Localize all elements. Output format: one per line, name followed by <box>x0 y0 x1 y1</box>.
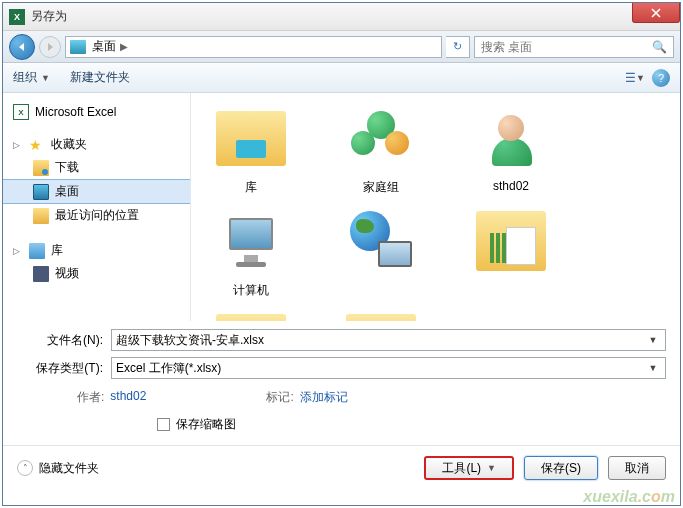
chevron-up-icon: ˄ <box>17 460 33 476</box>
library-icon <box>29 243 45 259</box>
type-label: 保存类型(T): <box>17 360 103 377</box>
sidebar-libraries[interactable]: ▷ 库 <box>3 239 190 262</box>
library-folder-icon <box>216 111 286 166</box>
chevron-right-icon[interactable]: ▷ <box>13 140 23 150</box>
chevron-right-icon[interactable]: ▷ <box>13 246 23 256</box>
file-item-user[interactable]: sthd02 <box>461 103 561 196</box>
chevron-down-icon[interactable]: ▼ <box>645 363 661 373</box>
refresh-icon: ↻ <box>453 40 462 53</box>
refresh-button[interactable]: ↻ <box>446 36 470 58</box>
desktop-icon <box>33 184 49 200</box>
file-label: 计算机 <box>233 282 269 299</box>
sidebar-app[interactable]: X Microsoft Excel <box>3 101 190 123</box>
view-button[interactable]: ☰▼ <box>624 68 646 88</box>
sidebar: X Microsoft Excel ▷ ★ 收藏夹 下载 桌面 最近访问的位置 <box>3 93 191 321</box>
user-icon <box>484 111 539 166</box>
nav-bar: 桌面 ▶ ↻ 🔍 <box>3 31 680 63</box>
cancel-button[interactable]: 取消 <box>608 456 666 480</box>
window-title: 另存为 <box>31 8 67 25</box>
excel-icon: X <box>9 9 25 25</box>
back-button[interactable] <box>9 34 35 60</box>
desktop-icon <box>70 40 86 54</box>
tags-label: 标记: <box>266 389 293 406</box>
file-item-computer[interactable]: 计算机 <box>201 206 301 299</box>
homegroup-icon <box>351 111 411 166</box>
sidebar-item-desktop[interactable]: 桌面 <box>3 179 190 204</box>
file-item-network[interactable] <box>331 206 431 299</box>
chevron-down-icon: ▼ <box>636 73 645 83</box>
video-icon <box>33 266 49 282</box>
file-item-folder[interactable] <box>331 309 431 321</box>
folder-icon <box>476 211 546 271</box>
file-label: sthd02 <box>493 179 529 193</box>
back-arrow-icon <box>16 41 28 53</box>
thumbnail-label: 保存缩略图 <box>176 416 236 433</box>
sidebar-favorites[interactable]: ▷ ★ 收藏夹 <box>3 133 190 156</box>
breadcrumb[interactable]: 桌面 ▶ <box>65 36 442 58</box>
type-combo[interactable]: ▼ <box>111 357 666 379</box>
filename-input[interactable] <box>116 333 645 347</box>
forward-arrow-icon <box>44 41 56 53</box>
folder-icon <box>346 314 416 321</box>
author-label: 作者: <box>77 389 104 406</box>
file-item-homegroup[interactable]: 家庭组 <box>331 103 431 196</box>
network-icon <box>346 211 416 271</box>
chevron-down-icon[interactable]: ▼ <box>645 335 661 345</box>
recent-icon <box>33 208 49 224</box>
save-button[interactable]: 保存(S) <box>524 456 598 480</box>
file-area[interactable]: 库 家庭组 sthd02 计算机 <box>191 93 680 321</box>
file-item-folder[interactable] <box>201 309 301 321</box>
toolbar: 组织▼ 新建文件夹 ☰▼ ? <box>3 63 680 93</box>
computer-icon <box>221 214 281 269</box>
organize-menu[interactable]: 组织▼ <box>13 69 50 86</box>
type-input[interactable] <box>116 361 645 375</box>
form-area: 文件名(N): ▼ 保存类型(T): ▼ 作者: sthd02 标记: 添加标记 <box>3 321 680 445</box>
new-folder-button[interactable]: 新建文件夹 <box>70 69 130 86</box>
chevron-right-icon[interactable]: ▶ <box>120 41 128 52</box>
author-value[interactable]: sthd02 <box>110 389 146 406</box>
file-item-folder[interactable] <box>461 206 561 299</box>
search-icon: 🔍 <box>652 40 667 54</box>
tags-value[interactable]: 添加标记 <box>300 389 348 406</box>
title-bar: X 另存为 <box>3 3 680 31</box>
file-label: 家庭组 <box>363 179 399 196</box>
close-icon <box>651 8 661 18</box>
sidebar-item-videos[interactable]: 视频 <box>3 262 190 285</box>
folder-icon <box>216 314 286 321</box>
excel-icon: X <box>13 104 29 120</box>
star-icon: ★ <box>29 137 45 153</box>
forward-button <box>39 36 61 58</box>
file-label: 库 <box>245 179 257 196</box>
filename-label: 文件名(N): <box>17 332 103 349</box>
search-box[interactable]: 🔍 <box>474 36 674 58</box>
watermark: xuexila.com <box>583 488 675 506</box>
tools-button[interactable]: 工具(L) ▼ <box>424 456 514 480</box>
footer: ˄ 隐藏文件夹 工具(L) ▼ 保存(S) 取消 <box>3 445 680 490</box>
file-item-libraries[interactable]: 库 <box>201 103 301 196</box>
chevron-down-icon: ▼ <box>487 463 496 473</box>
filename-combo[interactable]: ▼ <box>111 329 666 351</box>
help-button[interactable]: ? <box>652 69 670 87</box>
view-icon: ☰ <box>625 71 636 85</box>
breadcrumb-location: 桌面 <box>92 38 116 55</box>
search-input[interactable] <box>481 40 652 54</box>
chevron-down-icon: ▼ <box>41 73 50 83</box>
sidebar-item-downloads[interactable]: 下载 <box>3 156 190 179</box>
close-button[interactable] <box>632 3 680 23</box>
help-icon: ? <box>658 72 664 84</box>
download-icon <box>33 160 49 176</box>
sidebar-item-recent[interactable]: 最近访问的位置 <box>3 204 190 227</box>
hide-folders-toggle[interactable]: ˄ 隐藏文件夹 <box>17 460 99 477</box>
thumbnail-checkbox[interactable] <box>157 418 170 431</box>
